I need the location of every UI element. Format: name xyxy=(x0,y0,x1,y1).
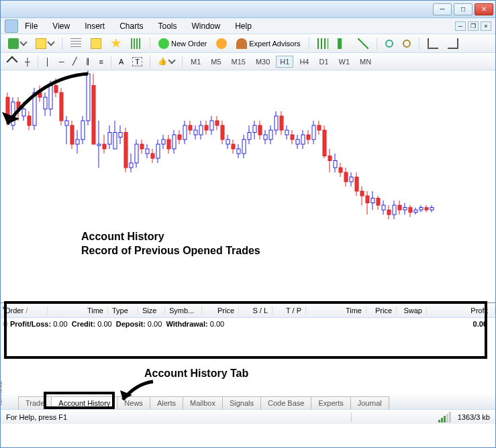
tf-mn[interactable]: MN xyxy=(356,56,375,68)
tf-d1[interactable]: D1 xyxy=(315,56,332,68)
tf-m1[interactable]: M1 xyxy=(187,56,205,68)
maximize-button[interactable]: □ xyxy=(454,3,473,15)
market-watch-button[interactable] xyxy=(67,36,85,51)
tab-journal[interactable]: Journal xyxy=(350,396,389,409)
svg-rect-117 xyxy=(317,125,321,130)
tf-m15[interactable]: M15 xyxy=(228,56,250,68)
line-chart-icon xyxy=(358,38,368,49)
col-type[interactable]: Type xyxy=(108,306,138,315)
line-chart-button[interactable] xyxy=(354,36,372,51)
col-price2[interactable]: Price xyxy=(366,306,397,315)
col-tp[interactable]: T / P xyxy=(272,306,306,315)
cursor-button[interactable] xyxy=(5,56,19,68)
col-profit[interactable]: Profit xyxy=(427,306,495,315)
svg-rect-103 xyxy=(280,116,283,130)
tab-signals[interactable]: Signals xyxy=(222,396,261,409)
bar-chart-icon xyxy=(317,38,328,49)
menu-file[interactable]: File xyxy=(22,20,40,32)
zoom-in-button[interactable] xyxy=(382,38,397,50)
svg-rect-139 xyxy=(377,199,380,206)
titlebar: ─ □ ✕ xyxy=(1,1,495,18)
terminal-summary-row[interactable]: Profit/Loss: 0.00 Credit: 0.00 Deposit: … xyxy=(1,318,495,330)
bar-chart-button[interactable] xyxy=(314,36,332,51)
strategy-tester-button[interactable] xyxy=(128,36,145,51)
menu-insert[interactable]: Insert xyxy=(82,20,107,32)
svg-rect-67 xyxy=(183,125,187,139)
svg-rect-57 xyxy=(156,144,160,158)
svg-rect-149 xyxy=(403,208,407,211)
svg-rect-73 xyxy=(199,125,203,135)
new-order-button[interactable]: New Order xyxy=(155,36,210,51)
tab-experts[interactable]: Experts xyxy=(311,396,350,409)
svg-rect-141 xyxy=(382,205,385,210)
navigator-button[interactable] xyxy=(87,36,105,51)
child-close-button[interactable]: × xyxy=(481,21,491,31)
col-time2[interactable]: Time xyxy=(306,306,366,315)
crosshair-button[interactable]: ┼ xyxy=(21,56,34,68)
arrows-button[interactable]: 👍 xyxy=(154,55,178,68)
tf-h1[interactable]: H1 xyxy=(276,56,293,68)
metaeditor-button[interactable] xyxy=(213,36,230,51)
toolbar-drawing: ┼ │ ─ ╱ ∥ ≡ A T 👍 M1 M5 M15 M30 H1 H4 D1… xyxy=(1,53,495,70)
chart-shift-button[interactable] xyxy=(444,36,462,51)
menu-window[interactable]: Window xyxy=(189,20,224,32)
profiles-button[interactable] xyxy=(32,36,57,51)
svg-rect-71 xyxy=(194,130,197,135)
child-restore-button[interactable]: ❐ xyxy=(468,21,479,31)
col-price[interactable]: Price xyxy=(202,306,239,315)
menu-view[interactable]: View xyxy=(50,20,72,32)
new-chart-button[interactable] xyxy=(5,36,30,51)
svg-rect-129 xyxy=(350,177,353,182)
app-icon xyxy=(5,19,18,33)
col-size[interactable]: Size xyxy=(138,306,165,315)
col-swap[interactable]: Swap xyxy=(397,306,427,315)
svg-rect-119 xyxy=(323,130,326,156)
zoom-out-button[interactable] xyxy=(399,38,414,50)
svg-rect-155 xyxy=(419,208,423,211)
tab-codebase[interactable]: Code Base xyxy=(260,396,311,409)
zoom-out-icon xyxy=(403,40,411,48)
terminal-header-row: × Order / Time Type Size Symb... Price S… xyxy=(1,303,495,318)
candle-chart-button[interactable] xyxy=(334,36,352,51)
tf-m5[interactable]: M5 xyxy=(207,56,225,68)
text-label-button[interactable]: T xyxy=(129,55,146,68)
menu-tools[interactable]: Tools xyxy=(156,20,180,32)
fibo-button[interactable]: ≡ xyxy=(95,56,106,68)
tab-account-history[interactable]: Account History xyxy=(51,396,117,409)
tab-trade[interactable]: Trade xyxy=(18,396,52,409)
new-order-icon xyxy=(158,38,169,49)
autoscroll-button[interactable] xyxy=(424,36,442,51)
svg-rect-131 xyxy=(355,177,358,191)
terminal-close-icon[interactable]: × xyxy=(2,304,5,311)
tab-mailbox[interactable]: Mailbox xyxy=(183,396,223,409)
menu-charts[interactable]: Charts xyxy=(117,20,146,32)
expert-advisors-button[interactable]: Expert Advisors xyxy=(233,36,303,51)
svg-rect-75 xyxy=(205,125,208,130)
col-order[interactable]: Order / xyxy=(1,306,48,315)
minimize-button[interactable]: ─ xyxy=(433,3,452,15)
text-button[interactable]: A xyxy=(115,56,127,68)
annotation-history: Account History Record of Previous Opene… xyxy=(81,230,260,258)
svg-rect-93 xyxy=(253,125,256,133)
document-icon xyxy=(36,38,46,49)
terminal-side-label: Terminal xyxy=(0,381,3,406)
svg-rect-127 xyxy=(344,172,348,182)
col-sl[interactable]: S / L xyxy=(239,306,272,315)
col-symbol[interactable]: Symb... xyxy=(165,306,202,315)
close-button[interactable]: ✕ xyxy=(475,3,493,15)
hline-button[interactable]: ─ xyxy=(56,56,68,68)
svg-rect-79 xyxy=(215,121,219,125)
channel-button[interactable]: ∥ xyxy=(83,55,93,68)
trendline-button[interactable]: ╱ xyxy=(69,55,81,68)
menu-help[interactable]: Help xyxy=(232,20,254,32)
terminal-button[interactable] xyxy=(107,36,125,51)
expert-icon xyxy=(236,38,247,49)
child-minimize-button[interactable]: ─ xyxy=(455,21,466,31)
tf-m30[interactable]: M30 xyxy=(252,56,274,68)
svg-rect-109 xyxy=(296,139,299,144)
tf-h4[interactable]: H4 xyxy=(295,56,313,68)
chart-panel[interactable]: Account History Record of Previous Opene… xyxy=(1,70,495,302)
col-time[interactable]: Time xyxy=(48,306,108,315)
tf-w1[interactable]: W1 xyxy=(335,56,354,68)
vline-button[interactable]: │ xyxy=(42,56,54,68)
